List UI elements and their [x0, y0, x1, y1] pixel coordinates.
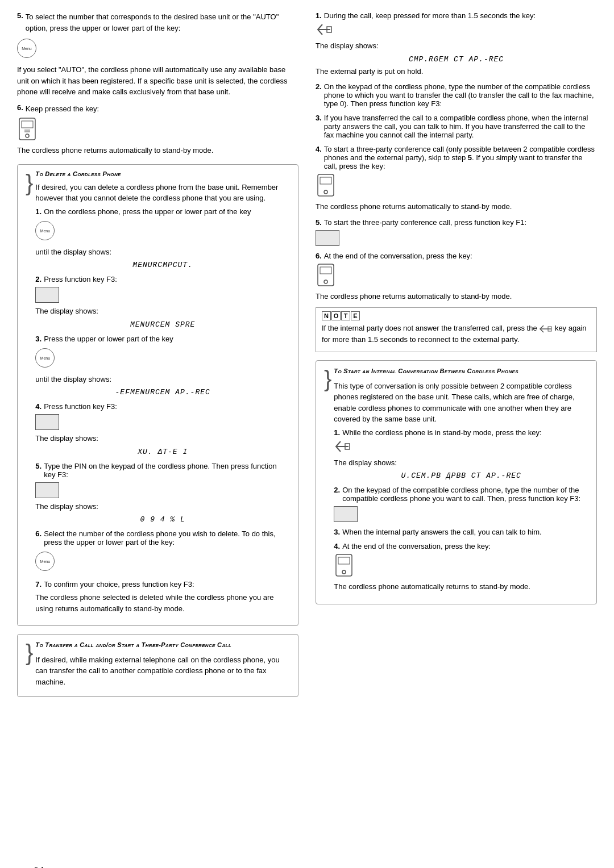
delete-step1-inline: 1. On the cordless phone, press the uppe…: [35, 207, 290, 216]
phone-icon-t4: [316, 174, 597, 198]
intro-step5: 5. To select the number that corresponds…: [17, 11, 298, 156]
delete-step5-num: 5.: [35, 462, 42, 470]
internal-step3-inline: 3. When the internal party answers the c…: [334, 528, 588, 536]
transfer-step6-inline: 6. At the end of the conversation, press…: [316, 252, 597, 260]
delete-section-title: To Delete a Cordless Phone: [35, 170, 290, 177]
delete-step4-num: 4.: [35, 402, 42, 411]
note-o: O: [331, 311, 341, 320]
display-screen-t5: [316, 230, 339, 246]
delete-step1-num: 1.: [35, 207, 42, 216]
menu-icon-del6: [35, 550, 290, 574]
delete-step7-num: 7.: [35, 580, 42, 589]
delete-section-inner: } To Delete a Cordless Phone If desired,…: [26, 170, 290, 620]
transfer-intro: If desired, while making external teleph…: [35, 654, 290, 688]
delete-section-content: To Delete a Cordless Phone If desired, y…: [35, 170, 290, 620]
delete-step2-text: Press function key F3:: [44, 275, 117, 283]
internal-step2: 2. On the keypad of the compatible cordl…: [334, 486, 588, 522]
standby-t6: The cordless phone returns automatically…: [316, 291, 597, 302]
curly-bracket-transfer: }: [26, 641, 33, 664]
delete-step6-inline: 6. Select the number of the cordless pho…: [35, 529, 290, 546]
display-screen-del4: [35, 414, 59, 430]
internal-step3: 3. When the internal party answers the c…: [334, 528, 588, 536]
step6-inline: 6. Keep pressed the key:: [17, 103, 298, 115]
menu-icon: [17, 39, 36, 58]
standby-note-top: The cordless phone returns automatically…: [17, 145, 298, 156]
transfer-step2-num: 2.: [316, 82, 322, 91]
back-arrow-i1: [334, 440, 351, 453]
delete-step5-inline: 5. Type the PIN on the keypad of the cor…: [35, 462, 290, 479]
svg-rect-18: [338, 557, 350, 564]
delete-step4: 4. Press function key F3: The display sh…: [35, 402, 290, 456]
phone-sketch-t6: [316, 264, 336, 286]
delete-step6: 6. Select the number of the cordless pho…: [35, 529, 290, 574]
display-menurcmrcut: MENURСМРСUT.: [35, 261, 290, 269]
transfer-step6: 6. At the end of the conversation, press…: [316, 252, 597, 302]
delete-step3-inline: 3. Press the upper or lower part of the …: [35, 335, 290, 343]
transfer-step5-inline: 5. To start the three-party conference c…: [316, 218, 597, 227]
internal-step2-num: 2.: [334, 486, 340, 494]
standby-t4: The cordless phone returns automatically…: [316, 201, 597, 212]
note-label: N O T E: [322, 311, 360, 320]
curly-bracket-delete: }: [26, 172, 33, 194]
transfer-step2-text: On the keypad of the cordless phone, typ…: [324, 82, 597, 108]
transfer-step3: 3. If you have transferred the call to a…: [316, 114, 597, 139]
delete-step7-text: To confirm your choice, press function k…: [44, 580, 194, 589]
phone-icon-i4: [334, 554, 588, 578]
transfer-step5-num: 5.: [316, 218, 322, 227]
internal-step3-num: 3.: [334, 528, 340, 536]
delete-step1: 1. On the cordless phone, press the uppe…: [35, 207, 290, 270]
svg-point-2: [26, 134, 29, 137]
transfer-step2: 2. On the keypad of the cordless phone, …: [316, 82, 597, 108]
menu-circle-del1: [35, 221, 55, 240]
transfer-section-box: } To Transfer a Call and/or Start a Thre…: [17, 634, 298, 697]
step5-inline: 5. To select the number that corresponds…: [17, 11, 298, 34]
transfer-step1-text: During the call, keep pressed for more t…: [324, 11, 536, 20]
hold-note: The external party is put on hold.: [316, 66, 597, 77]
display-0949l: 0 9 4 % L: [35, 515, 290, 524]
display-menurcemspre: MENURСЕМ SPRE: [35, 320, 290, 329]
display-shows-del5: The display shows:: [35, 501, 290, 512]
note-e: E: [351, 311, 360, 320]
display-shows-t1: The display shows:: [316, 40, 597, 52]
internal-step2-inline: 2. On the keypad of the compatible cordl…: [334, 486, 588, 503]
until-display1: until the display shows:: [35, 247, 290, 258]
transfer-step2-inline: 2. On the keypad of the cordless phone, …: [316, 82, 597, 108]
internal-section-box: } To Start an Internal Conversation Betw…: [316, 360, 597, 604]
transfer-section-inner: } To Transfer a Call and/or Start a Thre…: [26, 640, 290, 691]
svg-point-12: [324, 280, 327, 283]
transfer-section-content: To Transfer a Call and/or Start a Three-…: [35, 640, 290, 691]
display-ucempb: U.СЕМ.PB ДРВВ СТ АР.-REC: [334, 471, 588, 480]
menu-icon-del1: [35, 219, 290, 244]
delete-intro: If desired, you can delete a cordless ph…: [35, 182, 290, 204]
transfer-step1: 1. During the call, keep pressed for mor…: [316, 11, 597, 77]
phone-sketch-svg: [17, 118, 38, 140]
transfer-step4-inline: 4. To start a three-party conference cal…: [316, 145, 597, 170]
step6-num: 6.: [17, 103, 23, 112]
back-icon-t1: [316, 23, 597, 37]
delete-step7: 7. To confirm your choice, press functio…: [35, 580, 290, 614]
delete-step7-inline: 7. To confirm your choice, press functio…: [35, 580, 290, 589]
menu-circle-del6: [35, 552, 55, 571]
step5-text: To select the number that corresponds to…: [26, 11, 298, 34]
auto-note: If you select "AUTO", the cordless phone…: [17, 64, 298, 98]
step6-block: 6. Keep pressed the key: The cordless ph…: [17, 103, 298, 156]
menu-icon-container: [17, 37, 298, 61]
transfer-section-title: To Transfer a Call and/or Start a Three-…: [35, 640, 290, 650]
svg-rect-11: [320, 267, 331, 274]
svg-rect-1: [22, 121, 33, 128]
page-number: 6 4: [34, 866, 44, 868]
internal-step4-num: 4.: [334, 542, 340, 550]
standby-i4: The cordless phone automatically returns…: [334, 581, 588, 592]
transfer-step1-inline: 1. During the call, keep pressed for mor…: [316, 11, 597, 20]
menu-circle-del3: [35, 348, 55, 368]
back-icon-i1: [334, 440, 588, 454]
step5-num: 5.: [17, 11, 23, 20]
delete-step5-text: Type the PIN on the keypad of the cordle…: [44, 462, 290, 479]
delete-step4-inline: 4. Press function key F3:: [35, 402, 290, 411]
delete-step3-num: 3.: [35, 335, 42, 343]
transfer-step4: 4. To start a three-party conference cal…: [316, 145, 597, 212]
internal-step4-text: At the end of the conversation, press th…: [342, 542, 491, 550]
display-icon-i2: [334, 506, 588, 522]
internal-step1-text: While the cordless phone is in stand-by …: [342, 428, 541, 437]
transfer-step6-text: At the end of the conversation, press th…: [324, 252, 472, 260]
